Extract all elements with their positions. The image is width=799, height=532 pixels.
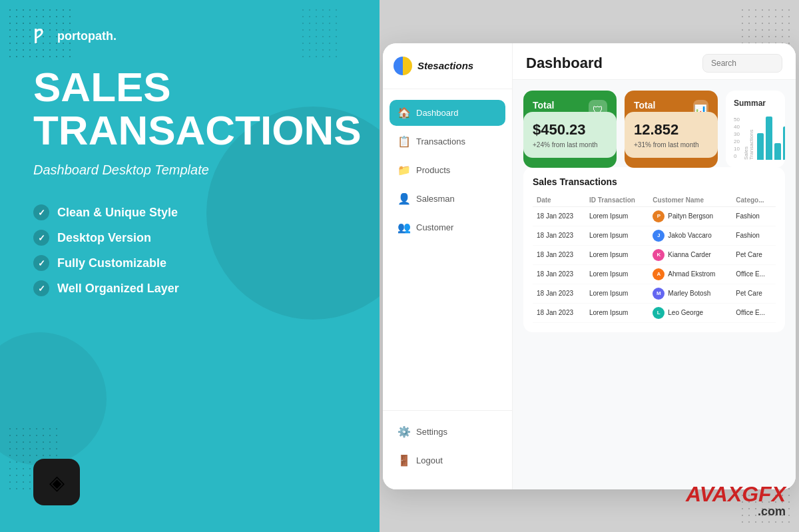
nav-label-salesman: Salesman: [416, 194, 455, 204]
page-title: Dashboard: [526, 55, 603, 72]
cell-date: 18 Jan 2023: [533, 303, 585, 322]
search-input[interactable]: [702, 54, 782, 73]
logout-icon: 🚪: [398, 454, 409, 467]
home-icon: 🏠: [398, 107, 409, 119]
sidebar-item-products[interactable]: 📁 Products: [390, 157, 505, 183]
summary-spacer: [726, 112, 785, 158]
table-row: 18 Jan 2023 Lorem Ipsum K Kianna Carder …: [533, 245, 776, 264]
sales-title-line2: TRANSACTIONS: [33, 109, 346, 152]
revenue-value: $450.23: [533, 121, 607, 138]
stat-card-transactions-value: 12.852 +31% from last month: [625, 112, 718, 158]
cell-id: Lorem Ipsum: [585, 264, 649, 284]
brand-logo-icon: Ƿ: [33, 27, 52, 45]
feature-text-4: Well Organized Layer: [57, 282, 179, 296]
col-customer: Customer Name: [649, 194, 732, 207]
left-panel: Ƿ portopath. SALES TRANSACTIONS Dashboar…: [0, 0, 380, 532]
sidebar: Stesactions 🏠 Dashboard 📋 Transactions 📁…: [383, 43, 513, 489]
cell-date: 18 Jan 2023: [533, 226, 585, 245]
customer-name: Paityn Bergson: [668, 212, 713, 220]
sidebar-logo: Stesactions: [383, 57, 512, 89]
sidebar-item-dashboard[interactable]: 🏠 Dashboard: [390, 100, 505, 126]
avax-com: .com: [686, 505, 786, 519]
sidebar-item-customer[interactable]: 👥 Customer: [390, 214, 505, 240]
top-bar: Dashboard: [513, 43, 796, 80]
nav-label-products: Products: [416, 165, 450, 175]
revenue-change: +24% from last month: [533, 141, 607, 148]
table-title: Sales Transactions: [533, 176, 776, 187]
table-row: 18 Jan 2023 Lorem Ipsum L Leo George Off…: [533, 303, 776, 322]
feature-list: Clean & Unique Style Desktop Version Ful…: [33, 204, 346, 296]
table-row: 18 Jan 2023 Lorem Ipsum A Ahmad Ekstrom …: [533, 264, 776, 284]
transactions-value: 12.852: [634, 121, 708, 138]
customer-name: Ahmad Ekstrom: [668, 270, 715, 278]
feature-item-1: Clean & Unique Style: [33, 204, 346, 220]
main-content: Dashboard Total Revenue 🛡: [513, 43, 796, 489]
customer-name: Jakob Vaccaro: [668, 232, 711, 239]
avatar: P: [653, 210, 665, 222]
cell-customer: L Leo George: [649, 303, 732, 322]
cell-date: 18 Jan 2023: [533, 245, 585, 264]
summary-title: Summar: [734, 99, 777, 108]
cell-category: Fashion: [732, 226, 776, 245]
col-date: Date: [533, 194, 585, 207]
feature-text-1: Clean & Unique Style: [57, 206, 178, 220]
cell-customer: M Marley Botosh: [649, 284, 732, 303]
avatar: A: [653, 268, 665, 280]
nav-label-dashboard: Dashboard: [416, 108, 459, 118]
check-icon-2: [33, 230, 49, 246]
customer-name: Leo George: [668, 309, 703, 316]
avatar: K: [653, 249, 665, 261]
customer-name: Kianna Carder: [668, 251, 710, 258]
sales-title-line1: SALES: [33, 65, 346, 109]
left-title: SALES TRANSACTIONS: [33, 65, 346, 152]
cell-id: Lorem Ipsum: [585, 206, 649, 226]
feature-text-2: Desktop Version: [57, 231, 151, 245]
cell-id: Lorem Ipsum: [585, 245, 649, 264]
sidebar-item-salesman[interactable]: 👤 Salesman: [390, 186, 505, 212]
settings-icon: ⚙️: [398, 425, 409, 438]
figma-icon: ◈: [49, 471, 65, 494]
cell-id: Lorem Ipsum: [585, 303, 649, 322]
nav-label-settings: Settings: [416, 427, 447, 437]
transactions-icon: 📋: [398, 135, 409, 148]
customer-icon: 👥: [398, 221, 409, 234]
nav-label-logout: Logout: [416, 455, 443, 465]
customer-name: Marley Botosh: [668, 290, 710, 297]
cell-date: 18 Jan 2023: [533, 284, 585, 303]
left-subtitle: Dashboard Desktop Template: [33, 162, 346, 178]
check-icon-1: [33, 204, 49, 220]
avatar: J: [653, 230, 665, 242]
col-id: ID Transaction: [585, 194, 649, 207]
sidebar-item-logout[interactable]: 🚪 Logout: [390, 447, 505, 473]
sidebar-logo-icon: [394, 57, 412, 75]
brand-logo-text: portopath.: [57, 29, 117, 43]
sidebar-item-settings[interactable]: ⚙️ Settings: [390, 419, 505, 445]
avax-watermark: AVAXGFX .com: [686, 483, 786, 519]
sidebar-item-transactions[interactable]: 📋 Transactions: [390, 129, 505, 154]
feature-item-2: Desktop Version: [33, 230, 346, 246]
nav-menu: 🏠 Dashboard 📋 Transactions 📁 Products 👤 …: [383, 100, 512, 410]
cell-id: Lorem Ipsum: [585, 284, 649, 303]
cell-category: Pet Care: [732, 245, 776, 264]
table-row: 18 Jan 2023 Lorem Ipsum J Jakob Vaccaro …: [533, 226, 776, 245]
col-category: Catego...: [732, 194, 776, 207]
check-icon-3: [33, 255, 49, 271]
sidebar-bottom: ⚙️ Settings 🚪 Logout: [383, 410, 512, 476]
avax-text: AVAXGFX: [686, 483, 786, 505]
cell-id: Lorem Ipsum: [585, 226, 649, 245]
table-row: 18 Jan 2023 Lorem Ipsum M Marley Botosh …: [533, 284, 776, 303]
transactions-table: Date ID Transaction Customer Name Catego…: [533, 194, 776, 323]
dashboard-card: Stesactions 🏠 Dashboard 📋 Transactions 📁…: [383, 43, 796, 489]
cell-customer: K Kianna Carder: [649, 245, 732, 264]
feature-item-3: Fully Customizable: [33, 255, 346, 271]
figma-badge: ◈: [33, 459, 80, 505]
brand-logo: Ƿ portopath.: [33, 27, 346, 45]
cell-date: 18 Jan 2023: [533, 206, 585, 226]
table-row: 18 Jan 2023 Lorem Ipsum P Paityn Bergson…: [533, 206, 776, 226]
feature-item-4: Well Organized Layer: [33, 280, 346, 296]
nav-label-customer: Customer: [416, 222, 453, 232]
check-icon-4: [33, 280, 49, 296]
content-area: Total Revenue 🛡 Total Transactions 📊: [513, 80, 796, 489]
cell-customer: P Paityn Bergson: [649, 206, 732, 226]
cell-category: Office E...: [732, 303, 776, 322]
